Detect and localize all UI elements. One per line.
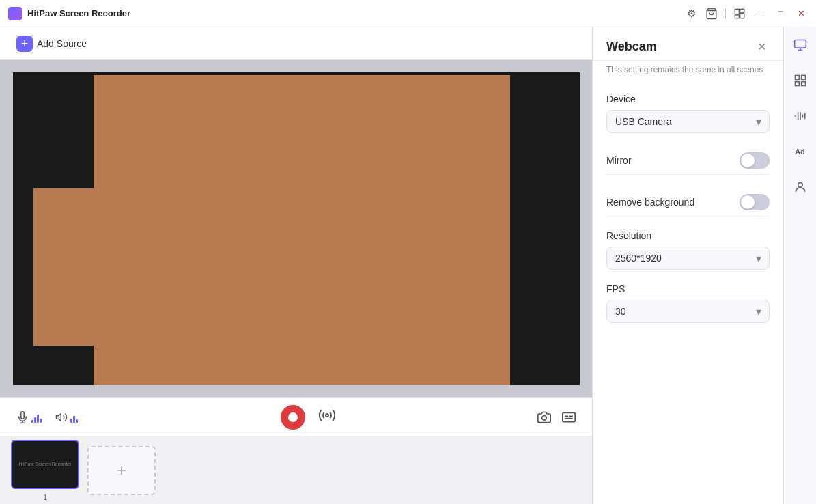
mic-level <box>31 412 42 423</box>
titlebar: HitPaw Screen Recorder ⚙ — □ ✕ <box>0 0 816 27</box>
ad-label: Ad <box>795 148 805 156</box>
broadcast-button[interactable] <box>319 407 335 427</box>
side-grid-button[interactable] <box>788 68 813 93</box>
layout-icon[interactable] <box>733 7 746 20</box>
side-layers-button[interactable] <box>788 33 813 57</box>
screenshot-button[interactable] <box>537 410 551 424</box>
titlebar-controls: ⚙ — □ ✕ <box>684 7 808 20</box>
svg-rect-4 <box>735 15 739 18</box>
controls-center <box>281 405 335 430</box>
fps-select-wrapper: 30 60 15 24 <box>606 300 770 323</box>
record-dot <box>288 412 298 422</box>
mirror-toggle-knob <box>741 154 755 167</box>
remove-bg-toggle-knob <box>741 195 755 209</box>
resolution-select-wrapper: 2560*1920 1920*1080 1280*720 640*480 <box>606 247 770 270</box>
svg-rect-18 <box>795 82 799 86</box>
main-layout: + Add Source <box>0 27 816 504</box>
svg-rect-10 <box>563 412 575 421</box>
app-title: HitPaw Screen Recorder <box>27 8 130 18</box>
scene-thumb-content: HitPaw Screen Recorder <box>12 447 78 481</box>
scene-mini-text: HitPaw Screen Recorder <box>17 460 72 468</box>
preview-container <box>0 60 592 397</box>
panel-title: Webcam <box>606 40 657 54</box>
side-icons-panel: Ad <box>783 27 816 504</box>
speaker-level <box>70 412 78 423</box>
record-button[interactable] <box>281 405 305 430</box>
mirror-toggle[interactable] <box>740 152 770 169</box>
panel-close-button[interactable]: ✕ <box>753 38 770 55</box>
fps-label: FPS <box>606 283 770 294</box>
svg-rect-17 <box>801 82 805 86</box>
scene-1-number: 1 <box>43 493 47 501</box>
remove-bg-toggle[interactable] <box>740 194 770 210</box>
scene-1-thumb[interactable]: HitPaw Screen Recorder <box>11 440 79 489</box>
mic-control[interactable] <box>16 411 42 423</box>
resolution-label: Resolution <box>606 230 770 241</box>
mirror-field: Mirror <box>606 147 770 175</box>
webcam-rect-left <box>33 188 208 346</box>
resolution-field: Resolution 2560*1920 1920*1080 1280*720 … <box>606 230 770 270</box>
svg-rect-2 <box>740 9 744 12</box>
store-icon[interactable] <box>705 7 718 20</box>
svg-rect-3 <box>740 13 744 18</box>
svg-rect-1 <box>735 9 739 14</box>
device-select[interactable]: USB Camera Default Camera Virtual Camera <box>606 110 770 133</box>
webcam-rect-right <box>435 188 503 380</box>
svg-point-8 <box>326 414 328 417</box>
preview-canvas <box>13 72 580 385</box>
add-source-icon: + <box>16 36 33 52</box>
titlebar-divider <box>725 8 726 19</box>
close-button[interactable]: ✕ <box>794 7 808 20</box>
toolbar: + Add Source <box>0 27 592 60</box>
remove-bg-label: Remove background <box>606 197 694 208</box>
canvas-area: + Add Source <box>0 27 592 504</box>
webcam-settings-panel: Webcam ✕ This setting remains the same i… <box>592 27 783 504</box>
svg-point-19 <box>798 182 802 187</box>
panel-body: Device USB Camera Default Camera Virtual… <box>593 83 783 334</box>
add-source-label: Add Source <box>37 38 87 49</box>
remove-bg-field: Remove background <box>606 188 770 216</box>
add-source-button[interactable]: + Add Source <box>11 33 92 55</box>
svg-rect-16 <box>801 76 805 80</box>
device-select-wrapper: USB Camera Default Camera Virtual Camera <box>606 110 770 133</box>
fps-select[interactable]: 30 60 15 24 <box>606 300 770 323</box>
device-label: Device <box>606 94 770 104</box>
scene-1-container: HitPaw Screen Recorder 1 <box>11 440 79 501</box>
captions-button[interactable] <box>562 410 576 424</box>
scene-add-container: + <box>87 446 156 495</box>
maximize-button[interactable]: □ <box>774 7 787 20</box>
add-scene-icon: + <box>117 461 126 480</box>
panel-subtitle: This setting remains the same in all sce… <box>593 61 783 83</box>
scene-strip: HitPaw Screen Recorder 1 + <box>0 436 592 504</box>
side-waves-button[interactable] <box>788 104 813 128</box>
svg-rect-15 <box>795 76 799 80</box>
titlebar-left: HitPaw Screen Recorder <box>8 7 130 20</box>
panel-header: Webcam ✕ <box>593 27 783 61</box>
add-scene-button[interactable]: + <box>87 446 156 495</box>
fps-field: FPS 30 60 15 24 <box>606 283 770 323</box>
svg-rect-14 <box>794 40 806 48</box>
controls-right <box>537 410 576 424</box>
resolution-select[interactable]: 2560*1920 1920*1080 1280*720 640*480 <box>606 247 770 270</box>
side-user-button[interactable] <box>788 175 813 199</box>
controls-bar <box>0 397 592 436</box>
side-ad-button[interactable]: Ad <box>788 139 813 164</box>
device-field: Device USB Camera Default Camera Virtual… <box>606 94 770 133</box>
speaker-control[interactable] <box>55 411 78 423</box>
svg-marker-7 <box>57 413 61 421</box>
app-logo <box>8 7 22 20</box>
settings-icon[interactable]: ⚙ <box>684 7 698 20</box>
svg-point-9 <box>542 415 547 420</box>
mirror-label: Mirror <box>606 155 632 166</box>
controls-left <box>16 411 78 423</box>
minimize-button[interactable]: — <box>753 7 767 20</box>
